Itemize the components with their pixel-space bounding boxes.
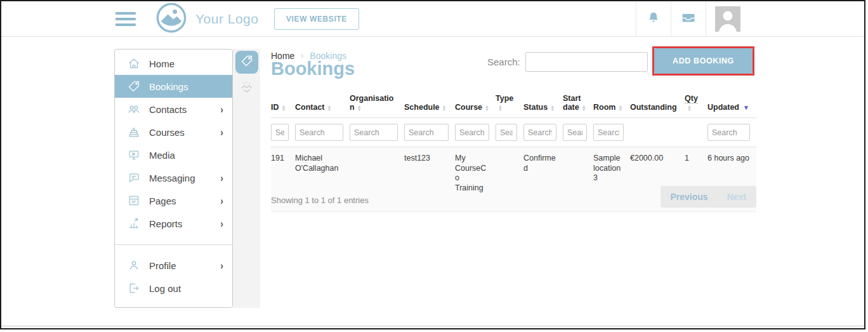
sidebar-item-label: Pages [149,196,176,206]
search-label: Search: [487,56,520,67]
sort-icon: ▲▼ [550,105,555,111]
monitor-icon [128,149,140,161]
sidebar-item-reports[interactable]: Reports › [115,212,232,235]
shortcut-strip [233,49,260,308]
tag-icon [240,55,253,70]
sidebar-item-profile[interactable]: Profile › [115,254,232,277]
column-header-schedule[interactable]: Schedule▲▼ [404,89,455,118]
inbox-icon [681,10,696,28]
filter-id-input[interactable] [271,124,289,141]
sort-icon: ▲▼ [357,105,362,111]
sidebar-item-label: Messaging [149,173,195,183]
previous-page-button[interactable]: Previous [671,192,708,202]
notifications-button[interactable] [636,1,671,37]
filter-organisation-input[interactable] [350,124,398,141]
bar-chart-icon [128,217,140,230]
sidebar-item-label: Contacts [149,104,187,115]
chevron-right-icon: › [220,126,223,138]
column-filter-row [271,118,756,147]
sidebar-item-bookings[interactable]: Bookings [115,75,232,98]
column-header-status[interactable]: Status▲▼ [523,89,563,118]
filter-room-input[interactable] [593,124,624,141]
entries-summary: Showing 1 to 1 of 1 entries [271,186,369,205]
top-header: Your Logo VIEW WEBSITE [1,1,864,37]
column-header-type[interactable]: Type▲▼ [496,89,523,118]
filter-contact-input[interactable] [295,124,343,141]
handshake-icon[interactable] [239,81,254,96]
chevron-right-icon: › [220,103,223,115]
logo-image-icon [155,1,188,37]
bookings-shortcut-button[interactable] [235,51,258,74]
filter-course-input[interactable] [455,124,489,141]
table-footer: Showing 1 to 1 of 1 entries Previous Nex… [271,186,756,208]
sort-icon: ▲▼ [327,105,332,111]
chevron-right-icon: › [220,259,223,271]
logo[interactable]: Your Logo [155,3,258,36]
sidebar-item-label: Bookings [149,81,188,92]
sort-icon: ▲▼ [687,105,692,111]
sort-icon: ▲▼ [498,105,503,111]
sort-icon: ▲▼ [442,105,447,111]
topbar-actions [636,1,864,37]
sidebar-item-label: Reports [149,218,183,229]
avatar[interactable] [715,6,740,32]
filter-schedule-input[interactable] [404,124,449,141]
pagination: Previous Next [661,186,757,208]
add-booking-button[interactable]: ADD BOOKING [654,48,753,74]
page-layout-icon [128,194,140,207]
sidebar-item-label: Log out [149,283,181,294]
inbox-button[interactable] [671,1,706,37]
sidebar-item-messaging[interactable]: Messaging › [115,166,232,189]
search-input[interactable] [525,52,648,72]
sidebar-item-label: Courses [149,127,185,138]
sidebar-item-label: Media [149,150,175,161]
speech-bubble-icon [128,171,140,184]
sidebar-item-logout[interactable]: Log out [115,277,232,300]
sort-icon: ▲▼ [618,105,622,111]
menu-toggle-icon[interactable] [115,12,136,29]
sidebar: Home Bookings Contacts › Courses › Media… [114,49,233,308]
sort-desc-icon: ▼ [743,104,749,111]
sort-icon: ▲▼ [582,105,586,111]
bell-icon [647,11,661,27]
books-icon [128,126,140,138]
column-header-room[interactable]: Room▲▼ [593,89,630,118]
annotation-highlight-box: ADD BOOKING [652,46,754,76]
sidebar-item-label: Home [149,58,174,69]
chevron-right-icon: › [220,171,223,183]
sidebar-item-home[interactable]: Home [115,52,232,75]
column-header-organisation[interactable]: Organisation▲▼ [350,89,404,118]
sidebar-item-pages[interactable]: Pages › [115,189,232,212]
table-header-row: ID▲▼ Contact▲▼ Organisation▲▼ Schedule▲▼… [271,89,756,118]
column-header-outstanding[interactable]: Outstanding [630,89,685,118]
column-header-id[interactable]: ID▲▼ [271,89,295,118]
chevron-right-icon: › [220,194,223,206]
global-table-search: Search: [487,52,648,72]
filter-status-input[interactable] [523,124,556,141]
view-website-button[interactable]: VIEW WEBSITE [274,8,359,30]
sidebar-item-media[interactable]: Media [115,143,232,166]
sidebar-item-label: Profile [149,260,176,271]
app-window: Your Logo VIEW WEBSITE H [0,0,865,329]
column-header-qty[interactable]: Qty▲▼ [685,89,707,118]
footer-divider [1,326,864,326]
person-icon [128,259,140,272]
filter-updated-input[interactable] [707,124,750,141]
column-header-contact[interactable]: Contact▲▼ [295,89,350,118]
page-title: Bookings [271,58,355,79]
next-page-button[interactable]: Next [727,192,746,202]
column-header-course[interactable]: Course▲▼ [455,89,496,118]
people-icon [128,103,140,116]
filter-type-input[interactable] [496,124,517,141]
sidebar-item-contacts[interactable]: Contacts › [115,98,232,121]
sidebar-divider [115,244,232,245]
avatar-section [706,1,864,37]
sidebar-item-courses[interactable]: Courses › [115,121,232,143]
column-header-updated[interactable]: Updated▼ [707,89,756,118]
chevron-right-icon: › [220,217,223,229]
filter-start-date-input[interactable] [563,124,587,141]
sort-icon: ▲▼ [282,105,286,111]
column-header-start-date[interactable]: Start date▲▼ [563,89,593,118]
logo-text: Your Logo [195,11,258,27]
sort-icon: ▲▼ [485,105,489,111]
